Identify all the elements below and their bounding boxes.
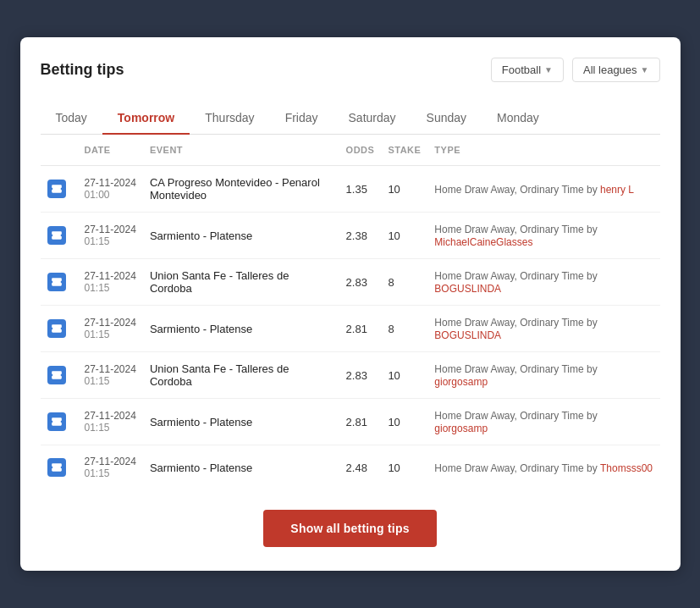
event-cell: Sarmiento - Platense: [143, 213, 339, 259]
author-link[interactable]: giorgosamp: [434, 376, 488, 388]
odds-cell: 2.81: [339, 306, 382, 352]
type-cell: Home Draw Away, Ordinary Time by Michael…: [427, 213, 659, 259]
type-text: Home Draw Away, Ordinary Time by henry L: [434, 184, 634, 196]
table-row: 27-11-202401:15Sarmiento - Platense2.811…: [41, 399, 660, 445]
col-odds-header: ODDS: [339, 135, 382, 166]
date-cell: 27-11-202401:15: [78, 306, 143, 352]
event-name: Union Santa Fe - Talleres de Cordoba: [150, 362, 289, 388]
author-link[interactable]: Thomsss00: [600, 462, 653, 474]
stake-cell: 10: [381, 399, 427, 445]
date-value: 27-11-2024: [85, 270, 136, 282]
stake-cell: 10: [381, 213, 427, 259]
date-value: 27-11-2024: [85, 177, 136, 189]
odds-value: 2.83: [346, 369, 367, 382]
col-icon: [41, 135, 78, 166]
tab-saturday[interactable]: Saturday: [333, 102, 411, 135]
time-value: 01:00: [85, 189, 136, 201]
odds-cell: 2.81: [339, 399, 382, 445]
stake-value: 10: [388, 416, 400, 428]
header-filters: Football ▼ All leagues ▼: [491, 58, 660, 82]
league-filter-arrow: ▼: [641, 65, 649, 75]
event-name: Sarmiento - Platense: [150, 323, 252, 335]
league-filter[interactable]: All leagues ▼: [572, 58, 660, 82]
type-text: Home Draw Away, Ordinary Time by giorgos…: [434, 363, 597, 388]
league-filter-label: All leagues: [583, 64, 637, 76]
tab-sunday[interactable]: Sunday: [411, 102, 482, 135]
ticket-icon: [47, 412, 66, 431]
stake-value: 8: [388, 323, 394, 335]
event-name: CA Progreso Montevideo - Penarol Montevi…: [150, 176, 320, 202]
type-cell: Home Draw Away, Ordinary Time by BOGUSLI…: [427, 306, 659, 352]
type-text: Home Draw Away, Ordinary Time by Thomsss…: [434, 462, 653, 474]
author-link[interactable]: BOGUSLINDA: [434, 329, 501, 341]
type-text: Home Draw Away, Ordinary Time by giorgos…: [434, 410, 597, 434]
odds-value: 2.81: [346, 416, 367, 428]
header: Betting tips Football ▼ All leagues ▼: [41, 58, 660, 82]
stake-value: 8: [388, 276, 394, 289]
stake-cell: 10: [381, 352, 427, 399]
odds-cell: 2.83: [339, 259, 382, 306]
show-all-wrapper: Show all betting tips: [41, 510, 660, 550]
ticket-icon-cell: [41, 445, 78, 490]
show-all-button[interactable]: Show all betting tips: [263, 510, 436, 547]
table-row: 27-11-202401:15Union Santa Fe - Talleres…: [41, 259, 660, 306]
table-header-row: DATE EVENT ODDS STAKE TYPE: [41, 135, 660, 166]
stake-cell: 8: [381, 306, 427, 352]
type-cell: Home Draw Away, Ordinary Time by henry L: [427, 166, 659, 213]
author-link[interactable]: giorgosamp: [434, 423, 488, 434]
time-value: 01:15: [85, 422, 136, 434]
time-value: 01:15: [85, 329, 136, 340]
football-filter[interactable]: Football ▼: [491, 58, 564, 82]
ticket-icon: [47, 366, 66, 384]
date-cell: 27-11-202401:00: [78, 166, 143, 213]
col-event-header: EVENT: [143, 135, 339, 166]
odds-value: 2.38: [346, 229, 367, 242]
type-cell: Home Draw Away, Ordinary Time by BOGUSLI…: [427, 259, 659, 306]
date-cell: 27-11-202401:15: [78, 445, 143, 490]
ticket-icon-cell: [41, 399, 78, 445]
event-name: Sarmiento - Platense: [150, 462, 252, 474]
col-type-header: TYPE: [427, 135, 659, 166]
type-text: Home Draw Away, Ordinary Time by BOGUSLI…: [434, 270, 597, 295]
ticket-icon: [47, 180, 66, 198]
ticket-icon: [47, 226, 66, 245]
page-title: Betting tips: [41, 61, 124, 79]
event-name: Sarmiento - Platense: [150, 416, 252, 428]
table-row: 27-11-202401:15Union Santa Fe - Talleres…: [41, 352, 660, 399]
ticket-icon: [47, 319, 66, 338]
odds-value: 2.48: [346, 462, 367, 474]
ticket-icon: [47, 273, 66, 291]
table-row: 27-11-202401:00CA Progreso Montevideo - …: [41, 166, 660, 213]
ticket-icon-cell: [41, 306, 78, 352]
tab-monday[interactable]: Monday: [482, 102, 554, 135]
odds-cell: 1.35: [339, 166, 382, 213]
time-value: 01:15: [85, 375, 136, 387]
event-cell: Sarmiento - Platense: [143, 306, 339, 352]
event-cell: Union Santa Fe - Talleres de Cordoba: [143, 352, 339, 399]
tab-tomorrow[interactable]: Tomorrow: [102, 102, 190, 135]
date-cell: 27-11-202401:15: [78, 352, 143, 399]
date-value: 27-11-2024: [85, 317, 136, 329]
tab-today[interactable]: Today: [41, 102, 102, 135]
odds-value: 2.83: [346, 276, 367, 289]
author-link[interactable]: BOGUSLINDA: [434, 283, 501, 295]
stake-cell: 8: [381, 259, 427, 306]
ticket-icon-cell: [41, 166, 78, 213]
type-cell: Home Draw Away, Ordinary Time by Thomsss…: [427, 445, 659, 490]
table-row: 27-11-202401:15Sarmiento - Platense2.481…: [41, 445, 660, 490]
author-link[interactable]: MichaelCaineGlasses: [434, 236, 532, 248]
football-filter-arrow: ▼: [544, 65, 553, 75]
event-name: Union Santa Fe - Talleres de Cordoba: [150, 269, 289, 295]
col-date-header: DATE: [78, 135, 143, 166]
tab-friday[interactable]: Friday: [270, 102, 333, 135]
tips-table: DATE EVENT ODDS STAKE TYPE 27-11-202401:…: [41, 135, 660, 489]
stake-value: 10: [388, 183, 400, 196]
ticket-icon-cell: [41, 213, 78, 259]
stake-cell: 10: [381, 166, 427, 213]
betting-tips-card: Betting tips Football ▼ All leagues ▼ To…: [20, 37, 681, 571]
tabs-bar: Today Tomorrow Thursday Friday Saturday …: [41, 102, 660, 135]
tab-thursday[interactable]: Thursday: [190, 102, 269, 135]
football-filter-label: Football: [502, 64, 541, 76]
author-link[interactable]: henry L: [600, 184, 634, 196]
type-cell: Home Draw Away, Ordinary Time by giorgos…: [427, 399, 659, 445]
